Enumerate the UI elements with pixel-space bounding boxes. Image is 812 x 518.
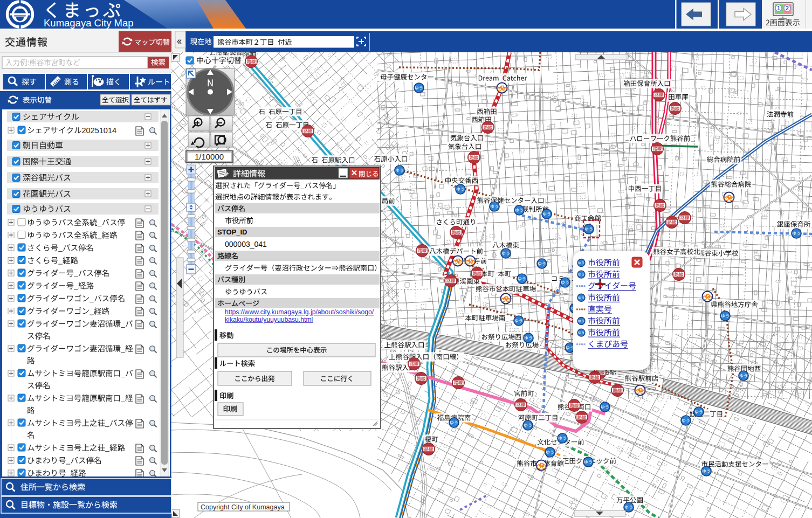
svg-text:2: 2 xyxy=(786,5,789,11)
svg-text:https://www.city.kumagaya.lg.j: https://www.city.kumagaya.lg.jp/about/so… xyxy=(225,308,374,316)
svg-text:1: 1 xyxy=(777,5,780,11)
svg-text:kikaku/koutu/yuuyuubasu.html: kikaku/koutu/yuuyuubasu.html xyxy=(225,316,313,323)
svg-text:STOP_ID: STOP_ID xyxy=(217,228,247,236)
svg-text:000003_041: 000003_041 xyxy=(225,240,267,248)
svg-text:20251014: 20251014 xyxy=(82,126,117,135)
svg-text:Copyright City of Kumagaya: Copyright City of Kumagaya xyxy=(201,503,285,511)
svg-text:Kumagaya City Map: Kumagaya City Map xyxy=(44,17,134,29)
svg-text:1/10000: 1/10000 xyxy=(195,152,224,161)
